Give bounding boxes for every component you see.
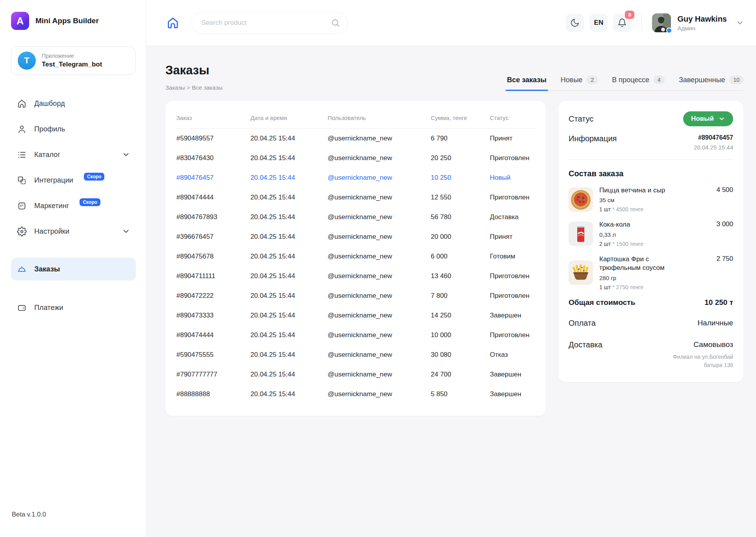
user-cell: @usernickname_new xyxy=(328,384,431,404)
sidebar-item-label: Интеграции xyxy=(34,176,73,185)
status-cell: Новый xyxy=(490,168,535,188)
datetime-cell: 20.04.25 15:44 xyxy=(250,188,328,207)
user-cell: @usernickname_new xyxy=(328,129,431,148)
order-id-cell: #890474444 xyxy=(176,325,250,345)
tab-new[interactable]: Новые2 xyxy=(561,76,598,84)
order-id-cell: #890475678 xyxy=(176,247,250,266)
table-row[interactable]: #89047444420.04.25 15:44@usernickname_ne… xyxy=(176,188,535,207)
amount-cell: 7 800 xyxy=(431,286,490,306)
datetime-cell: 20.04.25 15:44 xyxy=(250,266,328,286)
delivery-note: Филиал на ул.Богенбай батыра 138 xyxy=(654,353,733,369)
datetime-cell: 20.04.25 15:44 xyxy=(250,129,328,148)
status-dropdown[interactable]: Новый xyxy=(683,111,733,126)
home-icon xyxy=(17,98,27,109)
status-cell: Приготовлен xyxy=(490,325,535,345)
sidebar: A Mini Apps Builder T Приложение Test_Te… xyxy=(0,0,146,537)
sidebar-item-user[interactable]: Профиль xyxy=(11,118,136,140)
pizza-image xyxy=(569,187,593,212)
table-row[interactable]: #39667645720.04.25 15:44@usernickname_ne… xyxy=(176,227,535,247)
amount-cell: 10 000 xyxy=(431,325,490,345)
telegram-bot-avatar: T xyxy=(18,52,36,70)
item-name: Кока-кола xyxy=(599,220,688,229)
order-items-title: Состав заказа xyxy=(569,169,733,178)
item-price: 3 000 xyxy=(716,220,733,247)
online-status-dot xyxy=(666,28,672,33)
user-menu[interactable]: Guy Hawkins Админ xyxy=(652,13,744,32)
tab-in-progress[interactable]: В процессе4 xyxy=(612,76,665,84)
sidebar-item-catalog[interactable]: Каталог xyxy=(11,143,136,166)
payment-value: Наличные xyxy=(697,319,733,327)
sidebar-item-wallet[interactable]: Платежи xyxy=(11,296,136,319)
sidebar-item-home[interactable]: Дашборд xyxy=(11,92,136,115)
user-name: Guy Hawkins xyxy=(677,15,727,24)
status-cell: Принят xyxy=(490,129,535,148)
table-row[interactable]: #89047222220.04.25 15:44@usernickname_ne… xyxy=(176,286,535,306)
current-app-card[interactable]: T Приложение Test_Telegram_bot xyxy=(11,46,136,75)
order-item: Кока-кола0,33 л2 шт * 1500 тенге3 000 xyxy=(569,220,733,247)
table-row[interactable]: #890471111120.04.25 15:44@usernickname_n… xyxy=(176,266,535,286)
status-dropdown-value: Новый xyxy=(691,115,714,123)
sidebar-item-settings[interactable]: Настройки xyxy=(11,220,136,243)
language-button[interactable]: EN xyxy=(589,14,608,32)
tab-completed[interactable]: Завершенные10 xyxy=(679,76,743,84)
item-size: 0,33 л xyxy=(599,231,710,238)
table-row[interactable]: #89047567820.04.25 15:44@usernickname_ne… xyxy=(176,247,535,266)
cola-image xyxy=(569,221,593,246)
chevron-down-icon xyxy=(736,18,744,27)
item-quantity: 1 шт * 4500 тенге xyxy=(599,206,710,212)
topbar: EN 8 xyxy=(146,0,756,46)
bell-icon xyxy=(617,18,627,28)
item-price: 4 500 xyxy=(716,186,733,212)
item-size: 35 см xyxy=(599,197,710,203)
search-icon[interactable] xyxy=(331,18,340,28)
table-row[interactable]: #89047645720.04.25 15:44@usernickname_ne… xyxy=(176,168,535,188)
sidebar-item-marketing[interactable]: МаркетингСкоро xyxy=(11,194,136,217)
search-input[interactable] xyxy=(191,12,348,34)
amount-cell: 20 250 xyxy=(431,148,490,168)
user-cell: @usernickname_new xyxy=(328,188,431,207)
status-cell: Завершен xyxy=(490,365,535,384)
table-row[interactable]: #890476789320.04.25 15:44@usernickname_n… xyxy=(176,207,535,227)
status-cell: Приготовлен xyxy=(490,286,535,306)
item-size: 280 гр xyxy=(599,275,710,281)
notifications-button[interactable]: 8 xyxy=(613,14,631,32)
datetime-cell: 20.04.25 15:44 xyxy=(250,148,328,168)
total-value: 10 250 т xyxy=(704,298,733,307)
table-row[interactable]: #790777777720.04.25 15:44@usernickname_n… xyxy=(176,365,535,384)
table-row[interactable]: #59048955720.04.25 15:44@usernickname_ne… xyxy=(176,129,535,148)
tab-count-badge: 4 xyxy=(654,76,665,84)
table-row[interactable]: #59047555520.04.25 15:44@usernickname_ne… xyxy=(176,345,535,365)
table-row[interactable]: #89047333320.04.25 15:44@usernickname_ne… xyxy=(176,306,535,325)
sidebar-item-orders[interactable]: Заказы xyxy=(11,258,136,280)
item-name: Картошка Фри с трюфельным соусом xyxy=(599,255,688,273)
version-label: Beta v.1.0.0 xyxy=(12,511,46,518)
order-id-cell: #7907777777 xyxy=(176,365,250,384)
amount-cell: 14 250 xyxy=(431,306,490,325)
user-cell: @usernickname_new xyxy=(328,148,431,168)
sidebar-item-label: Заказы xyxy=(34,265,60,273)
theme-toggle-button[interactable] xyxy=(566,14,584,32)
order-items-list: Пицца ветчина и сыр35 см1 шт * 4500 тенг… xyxy=(569,186,733,290)
sidebar-item-label: Профиль xyxy=(34,125,65,133)
table-row[interactable]: #8888888820.04.25 15:44@usernickname_new… xyxy=(176,384,535,404)
order-id-cell: #396676457 xyxy=(176,227,250,247)
user-cell: @usernickname_new xyxy=(328,365,431,384)
tab-all-orders[interactable]: Все заказы xyxy=(507,76,547,84)
home-icon[interactable] xyxy=(166,16,180,30)
item-quantity: 1 шт * 2750 тенге xyxy=(599,284,710,290)
table-row[interactable]: #89047444420.04.25 15:44@usernickname_ne… xyxy=(176,325,535,345)
order-detail-panel: Статус Новый Информация #890476457 20.04… xyxy=(558,101,743,382)
user-cell: @usernickname_new xyxy=(328,286,431,306)
delivery-label: Доставка xyxy=(569,340,602,349)
app-title: Mini Apps Builder xyxy=(35,17,99,25)
order-id-cell: #590475555 xyxy=(176,345,250,365)
breadcrumb: Заказы > Все заказы xyxy=(165,84,222,91)
datetime-cell: 20.04.25 15:44 xyxy=(250,168,328,188)
table-row[interactable]: #83047643020.04.25 15:44@usernickname_ne… xyxy=(176,148,535,168)
tab-label: Все заказы xyxy=(507,76,547,84)
soon-badge: Скоро xyxy=(84,173,105,181)
user-cell: @usernickname_new xyxy=(328,266,431,286)
chevron-down-icon xyxy=(122,227,130,236)
status-cell: Приготовлен xyxy=(490,148,535,168)
sidebar-item-integrations[interactable]: ИнтеграцииСкоро xyxy=(11,169,136,192)
